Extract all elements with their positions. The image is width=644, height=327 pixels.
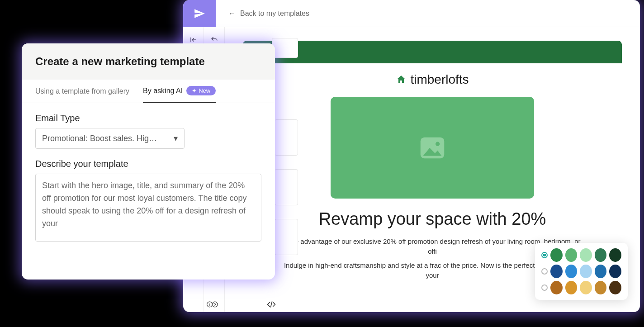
swatch[interactable] (580, 248, 592, 262)
swatch[interactable] (565, 265, 578, 278)
palette-row-3[interactable] (541, 281, 621, 294)
modal-title: Create a new marketing template (22, 43, 275, 80)
email-brand-name: timberlofts (410, 72, 469, 87)
modal-tabs: Using a template from gallery By asking … (22, 80, 275, 103)
back-to-templates-link[interactable]: ← Back to my templates (228, 9, 309, 18)
swatch[interactable] (565, 281, 578, 294)
tab-ask-ai[interactable]: By asking AI ✦ New (143, 80, 216, 103)
hero-image-placeholder[interactable] (331, 97, 534, 199)
palette-radio[interactable] (541, 268, 548, 275)
swatch[interactable] (580, 281, 592, 294)
email-type-select[interactable]: Promotional: Boost sales. Hig… ▾ (35, 128, 185, 149)
color-palette-panel (535, 243, 628, 300)
palette-row-1[interactable] (541, 248, 621, 262)
palette-radio-selected[interactable] (541, 252, 548, 258)
editor-topbar: ← Back to my templates (183, 0, 640, 27)
swatch[interactable] (609, 248, 621, 262)
modal-body: Email Type Promotional: Boost sales. Hig… (22, 103, 275, 253)
house-icon (396, 74, 407, 85)
email-type-value: Promotional: Boost sales. Hig… (42, 134, 157, 143)
back-link-label: Back to my templates (240, 9, 309, 18)
arrow-left-icon: ← (228, 9, 236, 18)
image-icon (417, 132, 448, 164)
svg-point-1 (436, 142, 440, 146)
create-template-modal: Create a new marketing template Using a … (22, 43, 275, 280)
swatch[interactable] (595, 265, 607, 278)
email-brand-row: timberlofts (243, 63, 622, 90)
palette-row-2[interactable] (541, 265, 621, 278)
tab-gallery[interactable]: Using a template from gallery (35, 80, 129, 103)
swatch[interactable] (565, 248, 578, 262)
swatch[interactable] (580, 265, 592, 278)
swatch[interactable] (595, 248, 607, 262)
tab-ask-ai-label: By asking AI (143, 87, 183, 95)
app-logo[interactable] (183, 0, 216, 27)
email-title[interactable]: Revamp your space with 20% (243, 205, 622, 237)
sparkle-icon: ✦ (192, 87, 197, 94)
swatch[interactable] (550, 265, 563, 278)
paper-plane-icon (194, 8, 205, 19)
swatch[interactable] (609, 281, 621, 294)
new-badge: ✦ New (186, 86, 216, 95)
swatch[interactable] (609, 265, 621, 278)
describe-template-input[interactable]: Start with the hero image, title, and su… (35, 174, 261, 242)
email-type-label: Email Type (35, 113, 261, 123)
swatch[interactable] (550, 281, 563, 294)
describe-label: Describe your template (35, 159, 261, 169)
caret-down-icon: ▾ (174, 133, 178, 143)
swatch[interactable] (550, 248, 563, 262)
tab-gallery-label: Using a template from gallery (35, 87, 129, 95)
swatch[interactable] (595, 281, 607, 294)
palette-radio[interactable] (541, 284, 548, 291)
email-header-bar (243, 41, 622, 63)
